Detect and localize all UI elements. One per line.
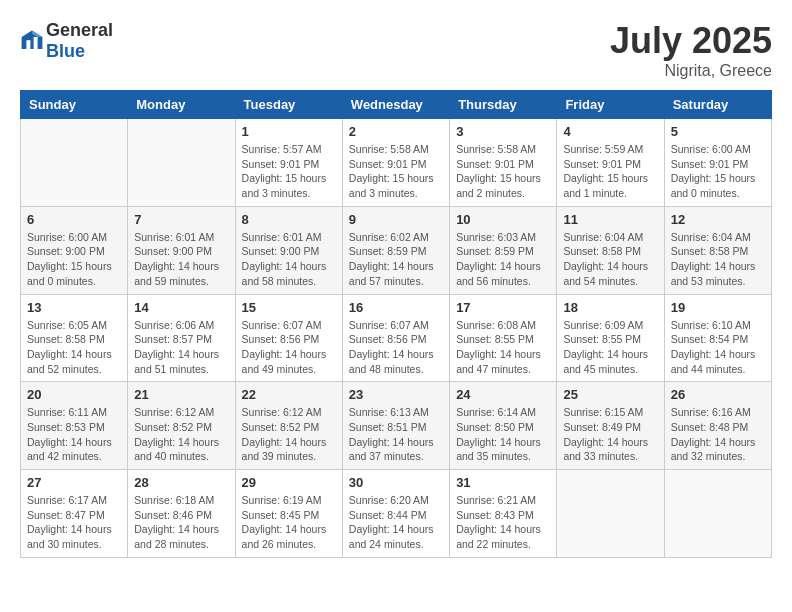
weekday-header-friday: Friday bbox=[557, 91, 664, 119]
day-number: 29 bbox=[242, 475, 336, 490]
day-info: Sunrise: 6:08 AM Sunset: 8:55 PM Dayligh… bbox=[456, 318, 550, 377]
day-info: Sunrise: 6:02 AM Sunset: 8:59 PM Dayligh… bbox=[349, 230, 443, 289]
calendar-cell: 11Sunrise: 6:04 AM Sunset: 8:58 PM Dayli… bbox=[557, 206, 664, 294]
calendar-cell: 25Sunrise: 6:15 AM Sunset: 8:49 PM Dayli… bbox=[557, 382, 664, 470]
calendar-cell: 20Sunrise: 6:11 AM Sunset: 8:53 PM Dayli… bbox=[21, 382, 128, 470]
calendar-week-row: 6Sunrise: 6:00 AM Sunset: 9:00 PM Daylig… bbox=[21, 206, 772, 294]
weekday-header-row: SundayMondayTuesdayWednesdayThursdayFrid… bbox=[21, 91, 772, 119]
day-number: 19 bbox=[671, 300, 765, 315]
day-info: Sunrise: 6:09 AM Sunset: 8:55 PM Dayligh… bbox=[563, 318, 657, 377]
logo: General Blue bbox=[20, 20, 113, 62]
calendar-cell bbox=[128, 119, 235, 207]
day-number: 15 bbox=[242, 300, 336, 315]
day-info: Sunrise: 6:07 AM Sunset: 8:56 PM Dayligh… bbox=[349, 318, 443, 377]
day-info: Sunrise: 6:01 AM Sunset: 9:00 PM Dayligh… bbox=[242, 230, 336, 289]
day-number: 9 bbox=[349, 212, 443, 227]
day-number: 23 bbox=[349, 387, 443, 402]
day-number: 2 bbox=[349, 124, 443, 139]
day-number: 12 bbox=[671, 212, 765, 227]
day-info: Sunrise: 6:15 AM Sunset: 8:49 PM Dayligh… bbox=[563, 405, 657, 464]
day-info: Sunrise: 6:14 AM Sunset: 8:50 PM Dayligh… bbox=[456, 405, 550, 464]
calendar-cell: 16Sunrise: 6:07 AM Sunset: 8:56 PM Dayli… bbox=[342, 294, 449, 382]
weekday-header-thursday: Thursday bbox=[450, 91, 557, 119]
calendar-cell bbox=[557, 470, 664, 558]
calendar-week-row: 27Sunrise: 6:17 AM Sunset: 8:47 PM Dayli… bbox=[21, 470, 772, 558]
page-header: General Blue July 2025 Nigrita, Greece bbox=[20, 20, 772, 80]
day-number: 30 bbox=[349, 475, 443, 490]
calendar-cell: 13Sunrise: 6:05 AM Sunset: 8:58 PM Dayli… bbox=[21, 294, 128, 382]
calendar-cell: 24Sunrise: 6:14 AM Sunset: 8:50 PM Dayli… bbox=[450, 382, 557, 470]
location-title: Nigrita, Greece bbox=[610, 62, 772, 80]
day-info: Sunrise: 6:21 AM Sunset: 8:43 PM Dayligh… bbox=[456, 493, 550, 552]
day-number: 5 bbox=[671, 124, 765, 139]
day-info: Sunrise: 5:58 AM Sunset: 9:01 PM Dayligh… bbox=[349, 142, 443, 201]
day-info: Sunrise: 6:18 AM Sunset: 8:46 PM Dayligh… bbox=[134, 493, 228, 552]
day-info: Sunrise: 6:07 AM Sunset: 8:56 PM Dayligh… bbox=[242, 318, 336, 377]
day-info: Sunrise: 6:10 AM Sunset: 8:54 PM Dayligh… bbox=[671, 318, 765, 377]
calendar-cell: 5Sunrise: 6:00 AM Sunset: 9:01 PM Daylig… bbox=[664, 119, 771, 207]
calendar-cell: 22Sunrise: 6:12 AM Sunset: 8:52 PM Dayli… bbox=[235, 382, 342, 470]
day-number: 25 bbox=[563, 387, 657, 402]
day-info: Sunrise: 6:13 AM Sunset: 8:51 PM Dayligh… bbox=[349, 405, 443, 464]
day-number: 20 bbox=[27, 387, 121, 402]
day-info: Sunrise: 6:03 AM Sunset: 8:59 PM Dayligh… bbox=[456, 230, 550, 289]
calendar-cell: 29Sunrise: 6:19 AM Sunset: 8:45 PM Dayli… bbox=[235, 470, 342, 558]
day-number: 28 bbox=[134, 475, 228, 490]
calendar-cell: 8Sunrise: 6:01 AM Sunset: 9:00 PM Daylig… bbox=[235, 206, 342, 294]
svg-rect-3 bbox=[34, 37, 38, 49]
calendar-cell: 27Sunrise: 6:17 AM Sunset: 8:47 PM Dayli… bbox=[21, 470, 128, 558]
calendar-week-row: 13Sunrise: 6:05 AM Sunset: 8:58 PM Dayli… bbox=[21, 294, 772, 382]
day-info: Sunrise: 5:57 AM Sunset: 9:01 PM Dayligh… bbox=[242, 142, 336, 201]
calendar-cell: 14Sunrise: 6:06 AM Sunset: 8:57 PM Dayli… bbox=[128, 294, 235, 382]
day-number: 13 bbox=[27, 300, 121, 315]
calendar-cell bbox=[21, 119, 128, 207]
calendar-cell: 3Sunrise: 5:58 AM Sunset: 9:01 PM Daylig… bbox=[450, 119, 557, 207]
logo-text-general: General bbox=[46, 20, 113, 40]
calendar-cell: 19Sunrise: 6:10 AM Sunset: 8:54 PM Dayli… bbox=[664, 294, 771, 382]
day-info: Sunrise: 6:00 AM Sunset: 9:00 PM Dayligh… bbox=[27, 230, 121, 289]
day-info: Sunrise: 6:00 AM Sunset: 9:01 PM Dayligh… bbox=[671, 142, 765, 201]
calendar-cell: 28Sunrise: 6:18 AM Sunset: 8:46 PM Dayli… bbox=[128, 470, 235, 558]
calendar-cell: 6Sunrise: 6:00 AM Sunset: 9:00 PM Daylig… bbox=[21, 206, 128, 294]
day-number: 10 bbox=[456, 212, 550, 227]
calendar-cell: 4Sunrise: 5:59 AM Sunset: 9:01 PM Daylig… bbox=[557, 119, 664, 207]
day-info: Sunrise: 6:11 AM Sunset: 8:53 PM Dayligh… bbox=[27, 405, 121, 464]
month-title: July 2025 bbox=[610, 20, 772, 62]
day-info: Sunrise: 5:59 AM Sunset: 9:01 PM Dayligh… bbox=[563, 142, 657, 201]
day-number: 3 bbox=[456, 124, 550, 139]
day-number: 24 bbox=[456, 387, 550, 402]
day-number: 17 bbox=[456, 300, 550, 315]
day-number: 22 bbox=[242, 387, 336, 402]
calendar-cell: 7Sunrise: 6:01 AM Sunset: 9:00 PM Daylig… bbox=[128, 206, 235, 294]
calendar-cell: 2Sunrise: 5:58 AM Sunset: 9:01 PM Daylig… bbox=[342, 119, 449, 207]
day-number: 26 bbox=[671, 387, 765, 402]
calendar-cell: 23Sunrise: 6:13 AM Sunset: 8:51 PM Dayli… bbox=[342, 382, 449, 470]
day-number: 11 bbox=[563, 212, 657, 227]
weekday-header-sunday: Sunday bbox=[21, 91, 128, 119]
day-info: Sunrise: 6:17 AM Sunset: 8:47 PM Dayligh… bbox=[27, 493, 121, 552]
day-info: Sunrise: 6:16 AM Sunset: 8:48 PM Dayligh… bbox=[671, 405, 765, 464]
day-number: 31 bbox=[456, 475, 550, 490]
calendar-cell: 15Sunrise: 6:07 AM Sunset: 8:56 PM Dayli… bbox=[235, 294, 342, 382]
day-number: 18 bbox=[563, 300, 657, 315]
weekday-header-wednesday: Wednesday bbox=[342, 91, 449, 119]
logo-text-blue: Blue bbox=[46, 41, 85, 61]
calendar-cell: 21Sunrise: 6:12 AM Sunset: 8:52 PM Dayli… bbox=[128, 382, 235, 470]
day-number: 7 bbox=[134, 212, 228, 227]
svg-rect-2 bbox=[26, 40, 30, 49]
day-info: Sunrise: 6:01 AM Sunset: 9:00 PM Dayligh… bbox=[134, 230, 228, 289]
day-number: 27 bbox=[27, 475, 121, 490]
day-number: 1 bbox=[242, 124, 336, 139]
calendar-cell: 17Sunrise: 6:08 AM Sunset: 8:55 PM Dayli… bbox=[450, 294, 557, 382]
day-number: 6 bbox=[27, 212, 121, 227]
day-number: 14 bbox=[134, 300, 228, 315]
weekday-header-monday: Monday bbox=[128, 91, 235, 119]
day-info: Sunrise: 6:04 AM Sunset: 8:58 PM Dayligh… bbox=[671, 230, 765, 289]
day-info: Sunrise: 5:58 AM Sunset: 9:01 PM Dayligh… bbox=[456, 142, 550, 201]
day-info: Sunrise: 6:06 AM Sunset: 8:57 PM Dayligh… bbox=[134, 318, 228, 377]
calendar-cell bbox=[664, 470, 771, 558]
day-info: Sunrise: 6:19 AM Sunset: 8:45 PM Dayligh… bbox=[242, 493, 336, 552]
calendar-cell: 12Sunrise: 6:04 AM Sunset: 8:58 PM Dayli… bbox=[664, 206, 771, 294]
day-number: 21 bbox=[134, 387, 228, 402]
calendar-cell: 30Sunrise: 6:20 AM Sunset: 8:44 PM Dayli… bbox=[342, 470, 449, 558]
